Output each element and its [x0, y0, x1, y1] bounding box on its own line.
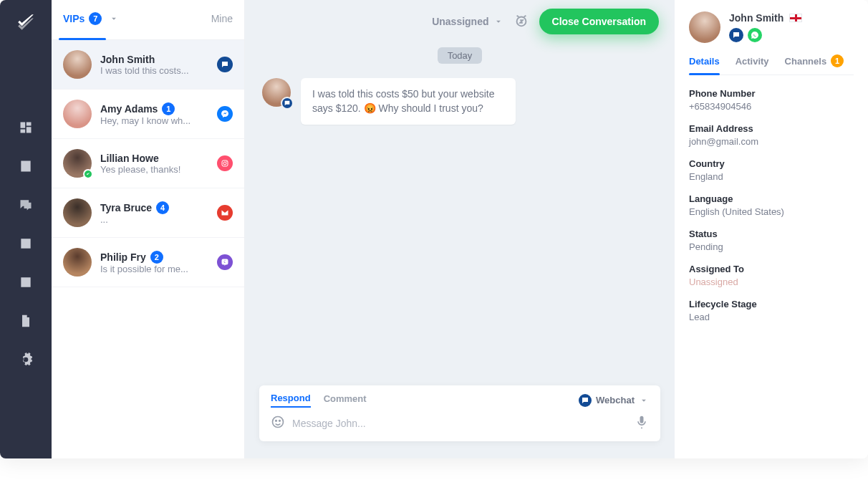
- conversation-item[interactable]: Tyra Bruce4 ...: [52, 188, 244, 238]
- tab-details[interactable]: Details: [689, 54, 720, 75]
- contact-field: Lifecycle Stage Lead: [689, 299, 854, 322]
- logo-icon: [16, 13, 35, 34]
- nav-file-icon[interactable]: [18, 313, 34, 329]
- conversation-preview: Yes please, thanks!: [100, 164, 208, 175]
- field-value: Lead: [689, 312, 854, 322]
- field-label: Phone Number: [689, 88, 854, 99]
- whatsapp-icon: [748, 28, 762, 42]
- tab-mine[interactable]: Mine: [211, 13, 233, 27]
- field-label: Assigned To: [689, 264, 854, 274]
- avatar: [63, 198, 92, 227]
- avatar: [63, 248, 92, 277]
- conversation-item[interactable]: Philip Fry2 Is it possible for me...: [52, 238, 244, 287]
- field-label: Country: [689, 158, 854, 169]
- conversation-preview: I was told this costs...: [100, 65, 208, 76]
- field-value: English (United States): [689, 206, 854, 217]
- detail-tabs: Details Activity Channels 1: [689, 54, 854, 75]
- field-label: Language: [689, 193, 854, 204]
- close-conversation-button[interactable]: Close Conversation: [539, 9, 659, 34]
- nav-contacts-icon[interactable]: [18, 158, 34, 174]
- unread-badge: 2: [150, 251, 163, 264]
- contact-field: Status Pending: [689, 229, 854, 252]
- field-label: Lifecycle Stage: [689, 299, 854, 309]
- tab-channels[interactable]: Channels 1: [785, 54, 844, 75]
- nav-settings-icon[interactable]: [18, 352, 34, 368]
- unread-badge: 4: [156, 201, 169, 214]
- tab-vips-count: 7: [89, 12, 102, 25]
- conversation-preview: Is it possible for me...: [100, 264, 208, 274]
- nav-chat-icon[interactable]: [18, 197, 34, 213]
- contact-channel-chips: [729, 28, 802, 42]
- tab-activity[interactable]: Activity: [736, 54, 769, 75]
- assign-dropdown[interactable]: Unassigned: [432, 16, 503, 27]
- status-check-icon: [83, 169, 93, 179]
- tab-channels-label: Channels: [785, 56, 827, 67]
- conversation-item[interactable]: Amy Adams1 Hey, may I know wh...: [52, 90, 244, 139]
- composer-channel-select[interactable]: Webchat: [579, 394, 649, 407]
- emoji-icon[interactable]: [271, 415, 285, 431]
- contact-field: Language English (United States): [689, 193, 854, 217]
- avatar: [63, 100, 92, 128]
- contact-field: Phone Number +65834904546: [689, 88, 854, 112]
- svg-point-4: [273, 417, 284, 428]
- svg-point-0: [223, 162, 226, 165]
- conversation-name: Amy Adams: [100, 103, 158, 115]
- tab-channels-badge: 1: [831, 54, 844, 67]
- conversation-name: John Smith: [100, 54, 155, 65]
- avatar: [63, 149, 92, 178]
- day-separator: Today: [438, 47, 483, 64]
- contact-header: John Smith: [689, 11, 854, 43]
- conversation-item[interactable]: John Smith I was told this costs...: [52, 40, 244, 90]
- nav-list-icon[interactable]: [18, 236, 34, 251]
- webchat-icon: [217, 57, 233, 72]
- snooze-button[interactable]: [513, 13, 529, 31]
- contact-field: Country England: [689, 158, 854, 182]
- conversation-name: Tyra Bruce: [100, 202, 152, 213]
- conversation-header: Unassigned Close Conversation: [245, 0, 675, 43]
- flag-england-icon: [789, 14, 802, 22]
- field-label: Email Address: [689, 123, 854, 134]
- field-label: Status: [689, 229, 854, 239]
- composer-tab-comment[interactable]: Comment: [324, 393, 367, 407]
- avatar: [63, 50, 92, 79]
- message-input[interactable]: [292, 418, 627, 429]
- conversation-preview: ...: [100, 214, 208, 225]
- nav-rail: [0, 0, 52, 458]
- svg-point-2: [226, 161, 227, 162]
- contact-panel: John Smith Details Activity Channels 1 P…: [675, 0, 868, 458]
- composer-channel-label: Webchat: [596, 395, 635, 405]
- field-value: Unassigned: [689, 277, 854, 287]
- chevron-down-icon[interactable]: [109, 14, 119, 26]
- conversation-item[interactable]: Lillian Howe Yes please, thanks!: [52, 139, 244, 188]
- nav-analytics-icon[interactable]: [18, 274, 34, 290]
- contact-field: Email Address john@gmail.com: [689, 123, 854, 147]
- unread-badge: 1: [162, 102, 175, 115]
- gmail-icon: [217, 205, 233, 221]
- nav-dashboard-icon[interactable]: [18, 120, 34, 135]
- conversation-panel: Unassigned Close Conversation Today I wa…: [245, 0, 675, 458]
- mic-icon[interactable]: [635, 415, 649, 431]
- svg-point-5: [276, 421, 277, 422]
- messenger-icon: [217, 106, 233, 122]
- contact-field: Assigned To Unassigned: [689, 264, 854, 287]
- assign-label: Unassigned: [432, 16, 488, 27]
- conversation-name: Lillian Howe: [100, 153, 159, 164]
- message-bubble: I was told this costs $50 but your websi…: [301, 78, 516, 125]
- viber-icon: [217, 254, 233, 270]
- webchat-icon: [281, 97, 294, 110]
- contact-avatar: [689, 11, 720, 43]
- message-avatar: [262, 78, 291, 107]
- tab-vips[interactable]: VIPs 7: [63, 12, 102, 28]
- composer-tab-respond[interactable]: Respond: [271, 393, 311, 408]
- instagram-icon: [217, 155, 233, 171]
- conversation-name: Philip Fry: [100, 251, 146, 263]
- tab-mine-label: Mine: [211, 13, 233, 24]
- field-value: +65834904546: [689, 101, 854, 112]
- field-value: john@gmail.com: [689, 136, 854, 147]
- svg-point-6: [279, 421, 281, 422]
- conversation-preview: Hey, may I know wh...: [100, 115, 208, 126]
- tab-vips-label: VIPs: [63, 13, 85, 24]
- conversation-list-panel: VIPs 7 Mine John Smith I was told this c…: [52, 0, 245, 458]
- composer: Respond Comment Webchat: [259, 385, 660, 441]
- list-tabs: VIPs 7 Mine: [52, 0, 244, 40]
